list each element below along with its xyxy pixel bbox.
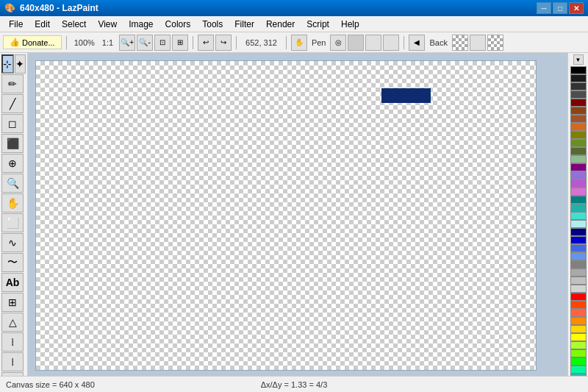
palette-swatch-30[interactable] <box>570 309 587 317</box>
palette-swatch-22[interactable] <box>570 244 587 252</box>
color-pick-tool[interactable]: ⊕ <box>1 154 24 173</box>
app-icon: 🎨 <box>4 3 15 13</box>
donate-label: Donate... <box>22 38 55 47</box>
checkerboard-btn1[interactable] <box>348 35 364 51</box>
palette-swatch-11[interactable] <box>570 155 587 163</box>
zoom-in-button[interactable]: 🔍+ <box>119 35 135 51</box>
extra-btn1[interactable] <box>470 35 486 51</box>
zoom-fit-button[interactable]: ⊡ <box>154 35 171 51</box>
pen-options-button[interactable]: ◎ <box>330 35 346 51</box>
palette-swatch-15[interactable] <box>570 188 587 196</box>
palette-swatch-18[interactable] <box>570 212 587 220</box>
palette-swatch-1[interactable] <box>570 74 587 82</box>
palette-swatch-25[interactable] <box>570 268 587 277</box>
palette-swatch-10[interactable] <box>570 147 587 155</box>
canvas-wrapper <box>35 60 537 371</box>
palette-swatch-23[interactable] <box>570 252 587 260</box>
zoom-100-button[interactable]: ⊞ <box>172 35 188 51</box>
triangle-tool[interactable]: △ <box>1 313 24 332</box>
hand-icon: 👍 <box>10 38 20 47</box>
menu-tools[interactable]: Tools <box>196 18 229 31</box>
hand-tool-button[interactable]: ✋ <box>291 35 307 51</box>
hand-tool[interactable]: ✋ <box>1 193 24 213</box>
menu-bar: File Edit Select View Image Colors Tools… <box>0 16 588 32</box>
menu-script[interactable]: Script <box>301 18 335 31</box>
dots1-tool[interactable]: ⁞ <box>1 332 24 352</box>
menu-view[interactable]: View <box>92 18 123 31</box>
palette-swatch-0[interactable] <box>570 66 587 74</box>
pen-section: ✋ Pen ◎ <box>291 35 400 51</box>
donate-button[interactable]: 👍 Donate... <box>3 35 62 49</box>
zoom-tool[interactable]: 🔍 <box>1 174 24 193</box>
palette-swatch-2[interactable] <box>570 82 587 90</box>
checkerboard-btn4[interactable] <box>452 35 468 51</box>
line-tool[interactable]: ╱ <box>1 94 24 113</box>
back-icon-button[interactable]: ◀ <box>409 35 425 51</box>
palette-swatch-3[interactable] <box>570 90 587 99</box>
palette-swatch-7[interactable] <box>570 123 587 131</box>
palette-swatch-17[interactable] <box>570 204 587 212</box>
palette-swatch-19[interactable] <box>570 220 587 228</box>
palette-swatch-5[interactable] <box>570 107 587 115</box>
palette-swatch-28[interactable] <box>570 293 587 301</box>
undo-button[interactable]: ↩ <box>198 35 214 51</box>
palette-swatch-36[interactable] <box>570 357 587 366</box>
curve-tool[interactable]: 〜 <box>1 253 24 272</box>
title-bar: 🎨 640x480 - LazPaint ─ □ ✕ <box>0 0 588 16</box>
text-tool[interactable]: Ab <box>1 273 24 292</box>
dots2-tool[interactable]: ⁞ <box>1 352 24 371</box>
minimize-button[interactable]: ─ <box>537 2 551 14</box>
palette-dropdown[interactable]: ▼ <box>573 54 584 65</box>
checkerboard-btn2[interactable] <box>365 35 381 51</box>
palette-swatch-24[interactable] <box>570 260 587 268</box>
palette-swatch-29[interactable] <box>570 301 587 309</box>
palette-swatch-27[interactable] <box>570 285 587 293</box>
toolbar-separator-4 <box>286 36 287 49</box>
delta-status: Δx/Δy = 1.33 = 4/3 <box>198 380 390 389</box>
palette-swatch-9[interactable] <box>570 139 587 147</box>
magic-wand-tool[interactable]: ✦ <box>15 54 26 74</box>
palette-swatch-20[interactable] <box>570 228 587 236</box>
palette-swatch-37[interactable] <box>570 366 587 374</box>
menu-render[interactable]: Render <box>260 18 301 31</box>
shape-tool[interactable]: ⊞ <box>1 293 24 312</box>
menu-image[interactable]: Image <box>123 18 159 31</box>
palette-swatch-4[interactable] <box>570 99 587 107</box>
rect-select-tool[interactable]: ⬜ <box>1 213 24 232</box>
extra-btn2[interactable] <box>487 35 503 51</box>
redo-button[interactable]: ↪ <box>215 35 232 51</box>
menu-help[interactable]: Help <box>335 18 365 31</box>
lasso-tool[interactable]: ∿ <box>1 233 24 252</box>
pencil-tool[interactable]: ✏ <box>1 74 24 93</box>
status-bar: Canvas size = 640 x 480 Δx/Δy = 1.33 = 4… <box>0 376 588 392</box>
menu-filter[interactable]: Filter <box>229 18 260 31</box>
palette-swatch-8[interactable] <box>570 131 587 139</box>
fill-tool[interactable]: ⬛ <box>1 134 24 153</box>
palette-swatch-33[interactable] <box>570 333 587 341</box>
menu-colors[interactable]: Colors <box>159 18 197 31</box>
palette-swatch-34[interactable] <box>570 341 587 349</box>
palette-swatch-14[interactable] <box>570 179 587 188</box>
palette-swatch-26[interactable] <box>570 277 587 285</box>
palette-swatch-32[interactable] <box>570 325 587 333</box>
palette-swatch-13[interactable] <box>570 171 587 179</box>
maximize-button[interactable]: □ <box>553 2 567 14</box>
menu-select[interactable]: Select <box>56 18 92 31</box>
zoom-out-button[interactable]: 🔍- <box>137 35 153 51</box>
palette-swatch-35[interactable] <box>570 349 587 357</box>
back-label: Back <box>426 38 450 47</box>
canvas-area[interactable] <box>28 53 567 376</box>
eraser-tool[interactable]: ◻ <box>1 114 24 133</box>
palette-swatch-6[interactable] <box>570 115 587 123</box>
palette-swatch-31[interactable] <box>570 317 587 325</box>
palette-swatch-16[interactable] <box>570 196 587 204</box>
ratio-label: 1:1 <box>99 38 116 47</box>
menu-file[interactable]: File <box>3 18 29 31</box>
menu-edit[interactable]: Edit <box>29 18 56 31</box>
checkerboard-btn3[interactable] <box>383 35 399 51</box>
canvas[interactable] <box>36 61 536 370</box>
selection-tool[interactable]: ⊹ <box>1 54 14 74</box>
palette-swatch-12[interactable] <box>570 163 587 171</box>
palette-swatch-21[interactable] <box>570 236 587 244</box>
close-button[interactable]: ✕ <box>569 2 584 14</box>
